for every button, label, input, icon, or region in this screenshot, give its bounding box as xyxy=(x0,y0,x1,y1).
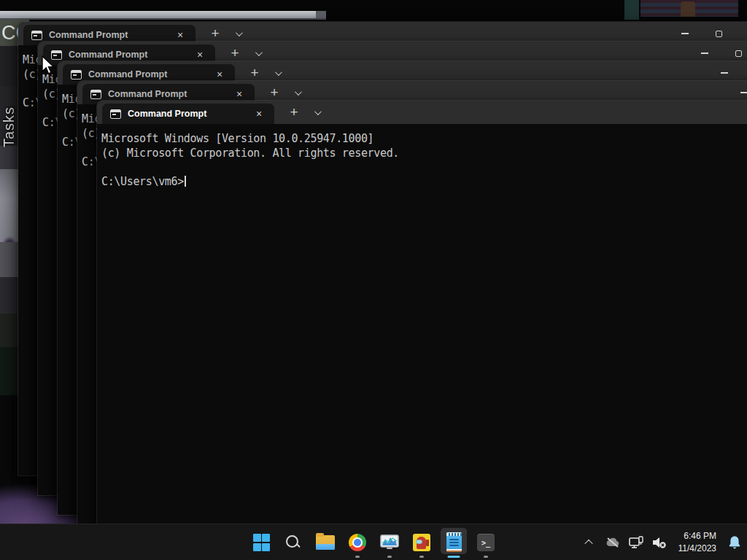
tab-title: Command Prompt xyxy=(88,69,167,79)
desktop: CC Tasks Command Prompt × + xyxy=(0,0,747,560)
terminal-line-version: Microsoft Windows [Version 10.0.25947.10… xyxy=(101,132,747,147)
tray-clock[interactable]: 6:46 PM 11/4/2023 xyxy=(678,530,717,554)
tab-dropdown-button[interactable] xyxy=(287,82,306,103)
terminal-prompt: C:\Users\vm6> xyxy=(101,175,184,188)
new-tab-button[interactable]: + xyxy=(264,82,285,103)
notepad-icon xyxy=(446,532,462,552)
windows-logo-icon xyxy=(253,534,270,551)
tray-onedrive[interactable] xyxy=(601,524,624,560)
tab-close-icon[interactable]: × xyxy=(251,104,267,124)
new-tab-button[interactable]: + xyxy=(205,23,225,44)
tab-title: Command Prompt xyxy=(108,89,187,99)
ethernet-icon xyxy=(628,536,644,549)
taskbar-chrome[interactable] xyxy=(341,524,374,560)
chevron-down-icon xyxy=(255,49,262,56)
terminal-output[interactable]: Microsoft Windows [Version 10.0.25947.10… xyxy=(97,124,747,554)
new-tab-button[interactable]: + xyxy=(284,102,304,122)
tray-notifications[interactable] xyxy=(722,524,747,560)
tray-date: 11/4/2023 xyxy=(678,542,717,555)
search-icon xyxy=(285,534,301,551)
new-tab-button[interactable]: + xyxy=(225,43,245,63)
command-prompt-icon xyxy=(31,31,42,40)
chevron-down-icon xyxy=(314,108,321,115)
chevron-down-icon xyxy=(235,29,242,36)
new-tab-button[interactable]: + xyxy=(244,63,265,83)
background-game-image xyxy=(640,0,738,17)
taskbar-notepad[interactable] xyxy=(438,524,470,560)
chevron-down-icon xyxy=(274,69,282,76)
tab-title: Command Prompt xyxy=(49,30,128,40)
taskbar-start-button[interactable] xyxy=(245,524,277,560)
taskbar-file-explorer[interactable] xyxy=(309,524,341,560)
tray-network[interactable] xyxy=(624,524,648,560)
tab-command-prompt[interactable]: Command Prompt × xyxy=(102,104,274,124)
mouse-cursor xyxy=(42,55,58,77)
terminal-titlebar[interactable]: Command Prompt × + × xyxy=(97,101,747,124)
notification-bell-icon xyxy=(728,535,741,550)
tab-title: Command Prompt xyxy=(69,50,147,60)
crewmate-icon xyxy=(413,534,430,551)
taskbar: >_ xyxy=(0,524,747,560)
folder-icon xyxy=(316,535,335,550)
command-prompt-icon xyxy=(110,109,121,119)
taskbar-terminal[interactable]: >_ xyxy=(470,524,502,560)
monitor-graph-icon xyxy=(380,534,399,551)
command-prompt-icon xyxy=(71,70,82,79)
background-game-figure xyxy=(681,1,695,17)
tab-title: Command Prompt xyxy=(128,109,206,119)
terminal-line-copyright: (c) Microsoft Corporation. All rights re… xyxy=(101,147,747,161)
tray-time: 6:46 PM xyxy=(678,530,717,542)
chrome-icon xyxy=(349,534,366,551)
command-prompt-icon: >_ xyxy=(477,534,495,551)
command-prompt-icon xyxy=(90,90,101,99)
chevron-up-icon xyxy=(584,539,592,547)
onedrive-offline-icon xyxy=(605,537,621,548)
tray-volume[interactable] xyxy=(648,524,671,560)
tab-dropdown-button[interactable] xyxy=(307,102,326,122)
text-cursor xyxy=(185,176,186,187)
taskbar-task-manager[interactable] xyxy=(374,524,406,560)
volume-muted-icon xyxy=(651,536,667,549)
terminal-window-5[interactable]: Command Prompt × + × Microsoft Windows [… xyxy=(97,101,747,554)
tab-dropdown-button[interactable] xyxy=(248,43,267,63)
tab-dropdown-button[interactable] xyxy=(268,63,287,83)
tray-overflow-button[interactable] xyxy=(576,524,601,560)
terminal-prompt-line: C:\Users\vm6> xyxy=(101,175,747,190)
taskbar-search-button[interactable] xyxy=(277,524,309,560)
background-teal-shape xyxy=(624,0,639,20)
background-window-edge xyxy=(0,11,326,20)
taskbar-among-us[interactable] xyxy=(406,524,438,560)
tab-dropdown-button[interactable] xyxy=(228,23,247,44)
chevron-down-icon xyxy=(294,88,301,96)
